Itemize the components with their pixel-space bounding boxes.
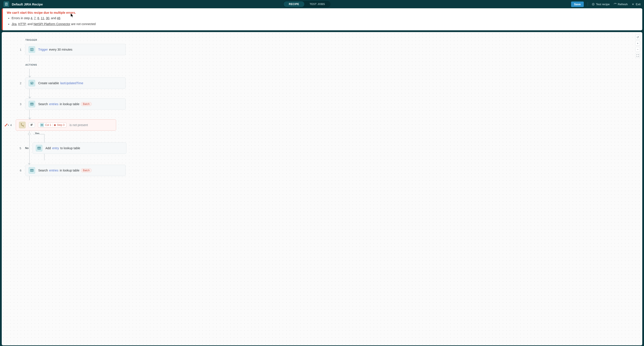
svg-text:x: x	[31, 82, 32, 84]
datapill-col: Col 1	[45, 123, 51, 126]
error-conn-http[interactable]: HTTP	[18, 22, 26, 26]
error-step-link-8[interactable]: 8	[37, 16, 39, 20]
topbar: Default JIRA Recipe RECIPE TEST JOBS Sav…	[0, 0, 644, 8]
step-6-row: 6 Search entries in lookup table Batch	[17, 165, 642, 176]
table-icon	[36, 145, 42, 151]
test-recipe-button[interactable]: Test recipe	[592, 2, 610, 6]
step-3-number: 3	[17, 102, 22, 106]
step-3-batch-badge: Batch	[81, 102, 92, 106]
canvas-fit-button[interactable]	[635, 53, 640, 58]
svg-marker-5	[593, 4, 594, 4]
table-icon	[28, 167, 35, 174]
canvas-reset-button[interactable]: ↺	[635, 35, 640, 39]
svg-rect-27	[30, 169, 34, 172]
step-3-prefix: Search	[38, 102, 48, 106]
step-6-card[interactable]: Search entries in lookup table Batch	[25, 165, 126, 176]
error-conn-netspi[interactable]: NetSPI Platform Connector	[34, 22, 70, 26]
step-5-link: entry	[52, 146, 59, 150]
canvas-zoom-in-button[interactable]: +	[635, 41, 640, 46]
step-1-trigger-label: Trigger	[38, 48, 48, 51]
step-6-batch-badge: Batch	[81, 168, 92, 172]
step-6-number: 6	[17, 169, 22, 172]
refresh-icon	[614, 3, 616, 6]
datapill-col1-step3[interactable]: Col 1 Step 3	[38, 122, 66, 128]
tab-test-jobs[interactable]: TEST JOBS	[304, 1, 330, 7]
step-2-row: 2 x Create variable lastUpdatedTime	[17, 77, 642, 89]
branch-diamond-yes-icon	[28, 132, 31, 135]
divider	[588, 2, 588, 6]
fit-icon	[636, 54, 639, 57]
diamond-icon	[54, 124, 56, 126]
canvas-toolbar: ↺ + −	[635, 35, 640, 58]
svg-rect-19	[41, 124, 43, 126]
step-5-card[interactable]: Add entry to lookup table	[32, 142, 126, 154]
condition-icon	[19, 122, 26, 128]
error-conn-jira[interactable]: Jira	[12, 22, 16, 26]
error-banner-title: We can't start this recipe due to multip…	[7, 11, 638, 14]
error-indicator-icon[interactable]: !	[4, 123, 8, 126]
step-3-card[interactable]: Search entries in lookup table Batch	[25, 98, 126, 110]
step-1-card[interactable]: Trigger every 30 minutes	[25, 44, 126, 55]
view-tab-switch: RECIPE TEST JOBS	[283, 1, 330, 7]
table-icon	[40, 123, 44, 127]
step-1-number: 1	[17, 48, 22, 51]
step-2-var: lastUpdatedTime	[60, 81, 83, 85]
error-step-link-46[interactable]: 46	[57, 16, 60, 20]
step-3-row: 3 Search entries in lookup table Batch	[17, 98, 642, 110]
svg-rect-14	[30, 103, 34, 105]
table-icon	[28, 101, 35, 107]
close-icon	[632, 3, 634, 6]
step-4-number: 4	[10, 123, 12, 127]
tab-recipe[interactable]: RECIPE	[284, 1, 304, 7]
error-steps-line: Errors in step 4, 7, 8, 11, 30, and 46	[12, 15, 638, 21]
save-button[interactable]: Save	[571, 1, 584, 7]
error-step-link-4[interactable]: 4	[30, 16, 32, 20]
section-actions-label: ACTIONS	[25, 63, 642, 66]
svg-rect-23	[38, 147, 40, 149]
step-6-suffix: in lookup table	[60, 169, 79, 172]
error-step-link-7[interactable]: 7	[34, 16, 36, 20]
no-label: No	[25, 147, 28, 150]
exit-label: Exit	[636, 2, 640, 6]
step-3-suffix: in lookup table	[60, 102, 79, 106]
test-recipe-label: Test recipe	[596, 2, 610, 6]
error-connections-line: Jira, HTTP, and NetSPI Platform Connecto…	[12, 21, 638, 27]
svg-point-18	[21, 123, 22, 124]
step-1-row: 1 Trigger every 30 minutes	[17, 44, 642, 55]
datapill-step: Step 3	[57, 123, 64, 126]
step-4-card[interactable]: IF Col 1 Step 3 is not present	[16, 119, 116, 131]
collapse-caret-icon[interactable]: ▾	[8, 124, 9, 126]
step-5-prefix: Add	[46, 146, 51, 150]
step-5-suffix: to lookup table	[60, 146, 80, 150]
play-circle-icon	[592, 3, 595, 6]
recipe-doc-icon[interactable]	[4, 1, 9, 7]
clock-icon	[28, 46, 35, 53]
refresh-label: Refresh	[618, 2, 628, 6]
step-2-card[interactable]: x Create variable lastUpdatedTime	[25, 77, 126, 89]
step-5-number: 5	[17, 147, 21, 150]
svg-point-9	[31, 49, 32, 50]
if-badge: IF	[28, 123, 35, 127]
yes-label: Yes	[35, 132, 40, 135]
variable-icon: x	[28, 80, 35, 86]
step-4-condition: is not present	[70, 123, 88, 127]
canvas-zoom-out-button[interactable]: −	[635, 47, 640, 52]
step-2-prefix: Create variable	[38, 81, 59, 85]
recipe-canvas[interactable]: TRIGGER 1 Trigger every 30 minutes ACTIO…	[2, 32, 642, 345]
step-1-trigger-desc: every 30 minutes	[49, 48, 72, 51]
recipe-title: Default JIRA Recipe	[12, 2, 43, 6]
error-step-link-11[interactable]: 11	[41, 16, 44, 20]
section-trigger-label: TRIGGER	[25, 39, 642, 41]
step-6-prefix: Search	[38, 169, 48, 172]
refresh-button[interactable]: Refresh	[614, 2, 628, 6]
error-step-link-30[interactable]: 30	[46, 16, 49, 20]
step-4-row: ! ▾ 4 IF Col 1 Step 3 is not p	[17, 119, 642, 131]
step-2-number: 2	[17, 82, 22, 85]
error-banner: We can't start this recipe due to multip…	[2, 8, 642, 30]
exit-button[interactable]: Exit	[632, 2, 640, 6]
step-6-link: entries	[49, 169, 58, 172]
step-3-link: entries	[49, 102, 58, 106]
